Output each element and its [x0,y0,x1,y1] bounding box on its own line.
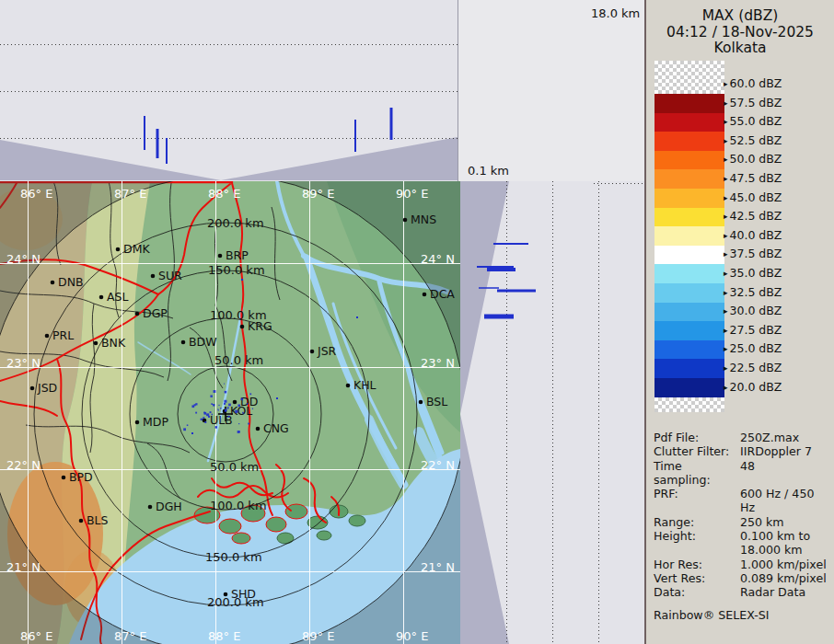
city-dot [151,274,156,279]
lon-label-bottom: 87° E [114,629,146,643]
echo-pixel [204,421,206,423]
metadata-value: Radar Data [740,585,830,599]
city-label: BRP [226,248,249,262]
echo-pixel [214,390,216,393]
city-dot [346,384,351,388]
city-label: SUR [158,269,182,282]
dbz-scale-label: ▸20.0 dBZ [724,380,782,394]
dbz-value-text: 25.0 dBZ [730,341,782,355]
dbz-value-text: 20.0 dBZ [730,380,782,394]
echo-pixel [210,411,212,413]
metadata-label: Height: [654,529,740,543]
echo-pixel [249,393,251,395]
metadata-value: 600 Hz / 450 Hz [740,487,830,515]
metadata-label: Vert Res: [654,571,740,585]
metadata-value: 1.000 km/pixel [740,558,830,571]
software-credit: Rainbow® SELEX-SI [654,608,830,622]
echo-pixel [201,419,203,420]
metadata-value: IIRDoppler 7 [740,444,830,458]
echo-pixel [217,408,218,409]
tick-arrow-icon: ▸ [724,269,728,278]
metadata-row: Data:Radar Data [654,585,830,599]
echo-pixel [218,409,219,410]
echo-pixel [194,404,196,406]
city-label: BDW [189,335,217,349]
echo-pixel [226,410,226,411]
dbz-scale-label: ▸42.5 dBZ [724,209,782,223]
tick-arrow-icon: ▸ [724,306,728,316]
metadata-row: Range:250 km [654,515,830,529]
city-label: MDP [143,415,168,429]
dbz-scale-label: ▸37.5 dBZ [724,247,782,260]
dbz-scale-label: ▸60.0 dBZ [724,76,782,90]
city-label: BNK [101,336,126,350]
city-dot [256,427,261,431]
dbz-scale-label: ▸32.5 dBZ [724,285,782,299]
dbz-value-text: 35.0 dBZ [730,266,782,280]
dbz-scale-label: ▸55.0 dBZ [724,114,782,128]
city-dot [403,218,408,223]
tick-arrow-icon: ▸ [724,212,728,221]
metadata-value: 250 km [740,515,830,529]
city-dot [310,350,315,354]
echo-pixel [220,408,221,408]
echo-pixel [252,408,253,409]
echo-pixel [208,416,210,418]
lon-label-bottom: 88° E [208,629,240,643]
city-dot [99,295,104,300]
echo-pixel [276,397,278,399]
echo-pixel [248,423,249,425]
city-label: ASL [107,290,128,304]
city-label: KRG [248,319,272,333]
city-label: PRL [52,328,74,342]
lat-label-left: 22° N [6,458,41,472]
lon-label-bottom: 89° E [302,629,334,643]
city-label: BSL [426,395,447,408]
metadata-row: Vert Res:0.089 km/pixel [654,571,830,585]
tick-arrow-icon: ▸ [724,344,728,353]
echo-pixel [235,410,237,413]
dbz-scale-label: ▸30.0 dBZ [724,304,782,317]
echo-pixel [228,404,231,407]
echo-pixel [242,412,244,414]
lat-label-right: 22° N [421,458,455,472]
product-metadata: Pdf File:250Z.maxClutter Filter:IIRDoppl… [654,431,830,622]
ring-distance-label: 50.0 km [214,353,263,367]
metadata-value: 18.000 km [740,543,830,557]
tick-arrow-icon: ▸ [724,174,728,183]
dbz-scale-label: ▸27.5 dBZ [724,323,782,337]
metadata-rows: Pdf File:250Z.maxClutter Filter:IIRDoppl… [654,431,830,600]
city-dot [116,247,121,252]
lat-label-left: 24° N [6,252,41,266]
echo-pixel [237,405,240,408]
echo-pixel [203,412,205,414]
city-dot [181,340,186,345]
echo-pixel [187,424,189,426]
city-dot [423,293,427,297]
echo-pixel [183,428,186,431]
dbz-value-text: 27.5 dBZ [730,323,782,337]
city-label: ULB [210,413,233,427]
echo-pixel [210,395,212,397]
lon-label-top: 88° E [208,187,240,201]
tick-arrow-icon: ▸ [724,117,728,126]
city-label: DMK [123,242,150,256]
dbz-scale-label: ▸40.0 dBZ [724,228,782,242]
dbz-value-text: 22.5 dBZ [730,361,782,374]
city-dot [45,334,50,339]
city-dot [94,341,98,346]
dbz-value-text: 42.5 dBZ [730,209,782,223]
dbz-value-text: 47.5 dBZ [730,171,782,185]
echo-pixel [238,423,239,424]
tick-arrow-icon: ▸ [724,383,728,392]
city-dot [419,400,423,405]
ring-distance-label: 100.0 km [210,499,267,512]
tick-arrow-icon: ▸ [724,231,728,240]
tick-arrow-icon: ▸ [724,288,728,297]
city-dot [218,254,223,259]
ring-distance-label: 150.0 km [205,550,262,564]
lat-label-left: 21° N [6,560,41,574]
lon-label-top: 90° E [396,187,428,201]
metadata-label: Range: [654,515,740,529]
echo-pixel [241,279,243,281]
